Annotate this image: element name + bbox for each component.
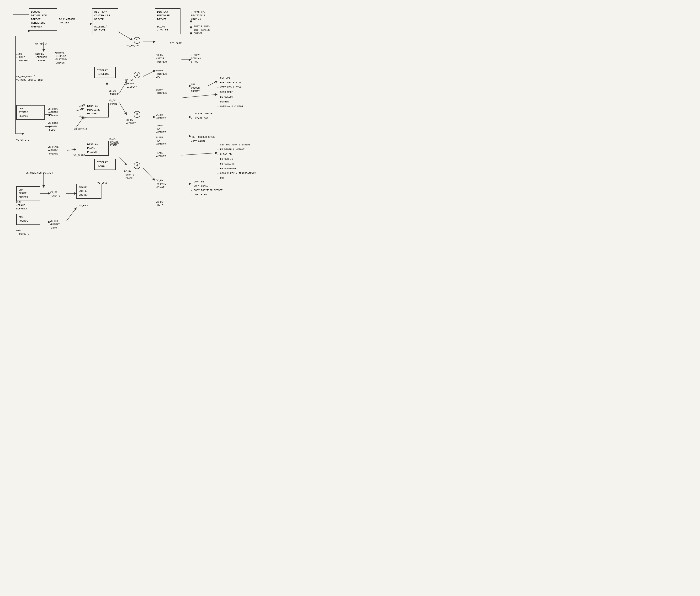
vs-fb-c: VS_FB.C [79, 204, 89, 207]
vs-dc-hw-c: VS_DC _HW.C [156, 201, 163, 207]
fb-config: - FB CONFIG [217, 157, 233, 161]
dc-hw-update-plane-right: DC_HW -UPDATE -PLANE [156, 179, 166, 189]
circle-1: 1 [134, 37, 141, 44]
update-cursor: - UPDATE CURSOR [191, 112, 212, 116]
virtual-display-label: VIRTUAL -DISPLAY -PLATFORM -DRIVER [54, 51, 67, 65]
read-hw-revision: - READ H/W REVISION & CHIP ID [191, 11, 205, 21]
fb-width-height: - FB WIDTH & HEIGHT [217, 148, 245, 151]
update-qos: - UPDATE QOS [191, 117, 208, 120]
set-gamma: -SET GAMMA [191, 140, 205, 143]
copy-fb: - COPY FB [191, 180, 204, 183]
clear-fb: - CLEAR FB [217, 153, 231, 156]
arrow-layer [0, 0, 286, 251]
drm-atomic-helper-c: VS_CRTC.C [16, 139, 29, 142]
copy-display-struct: - COPY DISPLAY STRUCT [191, 54, 201, 64]
circle-3: 3 [134, 111, 141, 118]
frame-buffer-driver-box: FRAME BUFFER DRIVER [76, 184, 101, 199]
colour-key-transparency: - COLOUR KEY / TRANSPARENCY [217, 172, 256, 175]
plane-commit: PLANE -COMMIT [156, 152, 166, 158]
fb-scaling: - FB SCALING [217, 163, 234, 166]
display-hardware-box: DISPLAY HARDWARE DRIVER DC_HW - IN IT [155, 8, 180, 34]
vs-fb-create: VS_FB -CREATE [50, 191, 60, 198]
dc-hw-setup-display: DC_HW _SETUP _DISPLAY [125, 79, 137, 89]
vs-get-format-info: VS_GET -FORMAT -INFO [50, 220, 60, 230]
drm-frame-buffer-box: DRM FRAME BUFFER [16, 186, 40, 201]
svg-line-29 [181, 94, 217, 98]
vs-dc-enable: VS_DC _ENABLE [109, 90, 119, 96]
init-panels-cursor: - INIT PANELS & CURSOR [191, 29, 209, 35]
drm-frame-buffer-c: DRM -FRAME BUFFER.C [16, 201, 28, 210]
display-pipeline-box: DISPLAY PIPELINE [94, 67, 116, 78]
vs-plane-atomic-update: VS_PLANE -ATOMIC -UPDATE [48, 146, 59, 156]
inno-hdmi-label: INNO - HDMI - DRIVER [16, 52, 28, 63]
vs-dc-commit: VS_DC _COMMIT [109, 99, 119, 106]
dc-platform-driver-label: DC_PLATFORM -DRIVER [59, 18, 75, 25]
svg-line-16 [119, 157, 127, 165]
vs-crtc-atomic-flush: VS_CRTC -ATOMIC -FLUSH [48, 122, 58, 132]
drm-atomic-helper-box: DRM ATOMIC HELPER [16, 105, 45, 120]
svg-line-21 [143, 168, 155, 180]
simple-encoder-label: SIMPLE -ENCODER -DRIVER [35, 52, 47, 63]
circle-2: 2 [134, 72, 141, 78]
setup-display-ex: SETUP -DISPLAY -EX [156, 69, 167, 79]
svg-line-19 [143, 70, 155, 76]
vs-drv-c: VS_DRV.C [35, 43, 47, 46]
svg-line-37 [66, 208, 76, 222]
dc-hw-init: DC_HW_INIT [127, 44, 141, 48]
gamma-ex-commit: GAMMA -EX -COMMIT [156, 124, 166, 134]
svg-line-28 [208, 81, 217, 86]
copy-scale: - COPY SCALE [191, 184, 208, 188]
set-colour-format: SET COLOUR FORMAT [191, 83, 200, 93]
svg-line-8 [76, 109, 83, 111]
dc8200-box: DC8200 DRIVER for DIRECT RENDERING MANAG… [29, 8, 57, 30]
display-controller-box: DIS PLAY CONTROLLER DRIVER DC_BIND/ DC_I… [92, 8, 118, 34]
circle-4: 4 [134, 163, 141, 169]
svg-line-32 [181, 153, 217, 155]
setup-display: SETUP -DISPLAY [156, 88, 167, 95]
display-plane-driver-box: DISPLAY PLANE DRIVER [85, 141, 109, 156]
vs-drm-bind-label: VS_DRM_BIND / VS_MODE_CONFIG_INIT [16, 75, 44, 82]
set-dpi: - SET DPI [217, 76, 230, 80]
vs-dc-update-plane: VS_DC _UPDATE _PLANE [109, 137, 119, 147]
copy-blend: - COPY BLEND [191, 193, 208, 197]
svg-line-12 [119, 103, 127, 115]
svg-line-14 [67, 149, 76, 150]
overlay-cursor: - OVERLAY & CURSOR [217, 105, 243, 108]
dc-hw-commit-right: DC_HW -COMMIT [156, 114, 166, 120]
dc-hw-update-plane: DC_HW -UPDATE -PLANE [124, 170, 134, 180]
plane-ex-commit: PLANE -EX -COMMIT [156, 136, 166, 146]
set-yuv-addr-stride: - SET YUV ADDR & STRIDE [217, 143, 250, 147]
vs-crtc-c: VS_CRTC.C [74, 128, 87, 131]
fb-blending: - FB BLENDING [217, 167, 236, 171]
tilde-display-label: ~ dis play [167, 42, 181, 45]
bg-colour: - BG COLOUR [217, 96, 233, 99]
vert-res-sync: - VERT RES & SYNC [217, 86, 242, 89]
copy-position-offset: - COPY POSITION OFFSET [191, 189, 223, 192]
dither: - DITHER [217, 100, 229, 104]
drm-fourcc-box: DRM FOURCC [16, 214, 40, 225]
drm-fourcc-c: DRM _FOURCC.C [16, 229, 29, 236]
sync-mode: - SYNC MODE [217, 91, 233, 94]
dc-hw-commit: DC_HW -COMMIT [126, 119, 136, 125]
svg-line-17 [117, 31, 132, 40]
roi: - ROI [217, 177, 224, 180]
vs-crtc-atomic-enable: VS_CRTC -ATOMIC -ENABLE [48, 107, 58, 118]
vs-mode-config-init-bottom: VS_MODE_CONFIG_INIT [26, 171, 53, 175]
display-plane-box: DISPLAY PLANE [94, 159, 116, 170]
architecture-diagram: DC8200 DRIVER for DIRECT RENDERING MANAG… [0, 0, 286, 251]
display-pipeline-driver-box: DISPLAY PIPELINE DRIVER [85, 103, 109, 118]
horz-res-sync: - HORZ RES & SYNC [217, 81, 242, 84]
init-planes: - INIT PLANES [191, 25, 209, 28]
set-colour-space: -SET COLOUR SPACE [191, 135, 215, 139]
dc-hw-setup-display-right: DC_HW -SETUP -DISPLAY [156, 54, 167, 64]
